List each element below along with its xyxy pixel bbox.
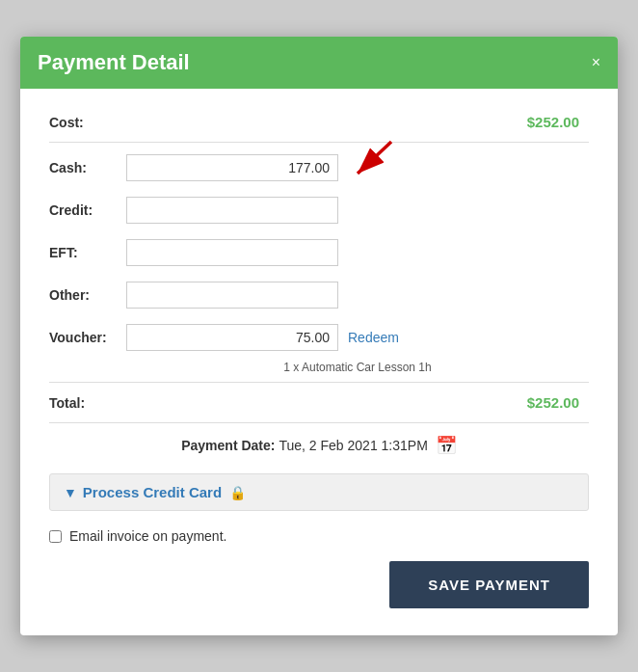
credit-row: Credit: xyxy=(49,189,589,231)
svg-line-1 xyxy=(358,142,391,174)
other-label: Other: xyxy=(49,287,126,303)
total-value: $252.00 xyxy=(527,394,589,411)
email-checkbox[interactable] xyxy=(49,530,62,543)
modal-header: Payment Detail × xyxy=(20,37,618,89)
process-credit-card-row[interactable]: ▼ Process Credit Card 🔒 xyxy=(49,473,589,511)
email-row: Email invoice on payment. xyxy=(49,521,589,551)
total-label: Total: xyxy=(49,395,126,411)
cash-input[interactable] xyxy=(126,154,338,181)
process-credit-label: Process Credit Card xyxy=(83,484,222,500)
chevron-down-icon: ▼ xyxy=(64,485,77,500)
email-label: Email invoice on payment. xyxy=(69,528,226,544)
redeem-link[interactable]: Redeem xyxy=(348,330,399,345)
modal-footer: SAVE PAYMENT xyxy=(49,551,589,616)
cash-input-wrapper xyxy=(126,154,338,181)
voucher-description: 1 x Automatic Car Lesson 1h xyxy=(126,361,589,374)
voucher-label: Voucher: xyxy=(49,330,126,345)
payment-date-label: Payment Date: xyxy=(181,438,275,453)
eft-row: EFT: xyxy=(49,231,589,274)
divider-3 xyxy=(49,422,589,423)
cost-row: Cost: $252.00 xyxy=(49,106,589,138)
payment-date-value: Tue, 2 Feb 2021 1:31PM xyxy=(279,438,427,453)
eft-label: EFT: xyxy=(49,245,126,260)
eft-input[interactable] xyxy=(126,239,338,266)
close-button[interactable]: × xyxy=(592,55,600,70)
other-row: Other: xyxy=(49,274,589,316)
total-row: Total: $252.00 xyxy=(49,387,589,418)
credit-input[interactable] xyxy=(126,197,338,224)
cash-row: Cash: xyxy=(49,147,589,189)
divider-2 xyxy=(49,382,589,383)
lock-icon: 🔒 xyxy=(229,485,246,500)
divider-1 xyxy=(49,142,589,143)
cost-label: Cost: xyxy=(49,115,126,130)
other-input[interactable] xyxy=(126,282,338,309)
modal-title: Payment Detail xyxy=(38,50,190,75)
voucher-row-wrapper: Voucher: Redeem 1 x Automatic Car Lesson… xyxy=(49,316,589,374)
voucher-row: Voucher: Redeem xyxy=(49,316,589,359)
save-payment-button[interactable]: SAVE PAYMENT xyxy=(389,561,589,608)
modal-body: Cost: $252.00 Cash: xyxy=(20,89,618,635)
payment-date-row: Payment Date: Tue, 2 Feb 2021 1:31PM 📅 xyxy=(49,427,589,464)
voucher-input[interactable] xyxy=(126,324,338,351)
cash-label: Cash: xyxy=(49,160,126,175)
calendar-icon[interactable]: 📅 xyxy=(436,435,457,456)
payment-detail-modal: Payment Detail × Cost: $252.00 Cash: xyxy=(20,37,618,635)
credit-label: Credit: xyxy=(49,202,126,218)
cost-value: $252.00 xyxy=(527,114,589,130)
